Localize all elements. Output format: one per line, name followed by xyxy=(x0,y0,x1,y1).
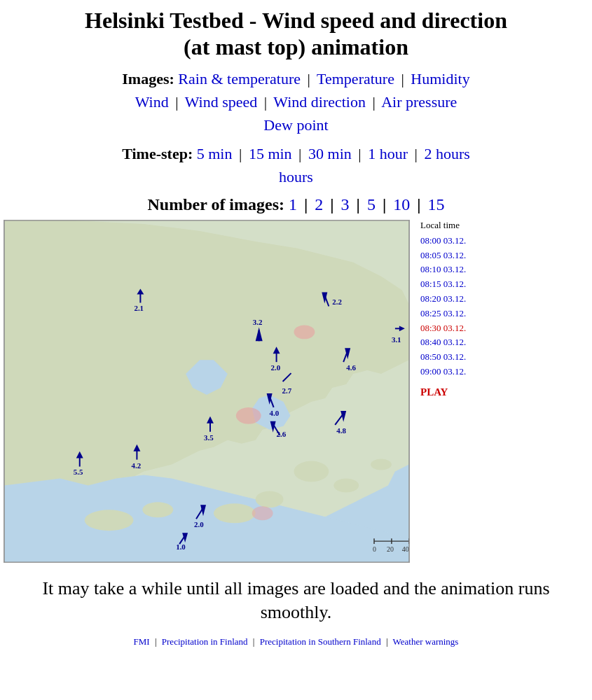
numimages-15[interactable]: 15 xyxy=(428,195,445,214)
svg-text:4.0: 4.0 xyxy=(270,409,280,417)
time-entry-0815[interactable]: 08:15 03.12. xyxy=(420,277,522,292)
link-wind-direction[interactable]: Wind direction xyxy=(273,93,366,111)
link-humidity[interactable]: Humidity xyxy=(411,70,469,88)
numimages-3[interactable]: 3 xyxy=(341,195,350,214)
svg-text:2.6: 2.6 xyxy=(277,430,287,438)
numimages-label: Number of images: xyxy=(147,195,284,214)
svg-text:0: 0 xyxy=(373,545,376,553)
numimages-row: Number of images: 1 | 2 | 3 | 5 | 10 | 1… xyxy=(0,191,592,220)
local-time-label: Local time xyxy=(420,220,522,231)
page-title: Helsinki Testbed - Wind speed and direct… xyxy=(0,0,592,64)
svg-text:5.5: 5.5 xyxy=(74,468,83,476)
svg-point-4 xyxy=(256,491,284,507)
time-entry-0900[interactable]: 09:00 03.12. xyxy=(420,365,522,379)
link-dew-point[interactable]: Dew point xyxy=(263,116,328,134)
footer-precipitation-southern[interactable]: Precipitation in Southern Finland xyxy=(260,636,381,647)
numimages-2[interactable]: 2 xyxy=(315,195,323,214)
images-label: Images: xyxy=(122,70,174,88)
bottom-text: It may take a while until all images are… xyxy=(0,563,592,631)
svg-text:20: 20 xyxy=(387,545,394,553)
footer-weather-warnings[interactable]: Weather warnings xyxy=(393,636,459,647)
link-air-pressure[interactable]: Air pressure xyxy=(381,93,457,111)
time-entry-0820[interactable]: 08:20 03.12. xyxy=(420,292,522,307)
link-temperature[interactable]: Temperature xyxy=(317,70,394,88)
svg-text:2.7: 2.7 xyxy=(282,386,292,395)
images-row: Images: Rain & temperature | Temperature… xyxy=(0,64,592,139)
timestep-30min[interactable]: 30 min xyxy=(308,145,352,162)
map-container: 0 20 40km 2.1 3.2 xyxy=(4,220,410,563)
svg-point-8 xyxy=(371,458,392,470)
svg-point-6 xyxy=(85,510,134,531)
timestep-row: Time-step: 5 min | 15 min | 30 min | 1 h… xyxy=(0,139,592,191)
svg-point-5 xyxy=(214,503,256,523)
time-entry-0800[interactable]: 08:00 03.12. xyxy=(420,234,522,248)
map-area: 0 20 40km 2.1 3.2 xyxy=(4,220,410,563)
timestep-label: Time-step: xyxy=(122,145,193,162)
svg-text:2.0: 2.0 xyxy=(271,363,281,372)
footer-fmi[interactable]: FMI xyxy=(134,636,150,647)
svg-text:1.0: 1.0 xyxy=(176,542,186,551)
time-entry-0850[interactable]: 08:50 03.12. xyxy=(420,350,522,365)
svg-text:3.1: 3.1 xyxy=(392,335,401,344)
timestep-15min[interactable]: 15 min xyxy=(249,145,292,162)
numimages-5[interactable]: 5 xyxy=(367,195,376,214)
timestep-2hours[interactable]: 2 hours xyxy=(424,145,469,162)
sidebar: Local time 08:00 03.12. 08:05 03.12. 08:… xyxy=(410,220,522,398)
svg-point-11 xyxy=(252,506,273,520)
time-entry-0840[interactable]: 08:40 03.12. xyxy=(420,335,522,350)
time-entry-0810[interactable]: 08:10 03.12. xyxy=(420,262,522,277)
timestep-hours[interactable]: hours xyxy=(279,168,313,186)
svg-text:4.6: 4.6 xyxy=(346,363,356,372)
svg-text:4.8: 4.8 xyxy=(336,426,346,435)
svg-point-2 xyxy=(294,461,329,482)
main-content: 0 20 40km 2.1 3.2 xyxy=(0,220,592,563)
link-rain-temperature[interactable]: Rain & temperature xyxy=(178,70,301,88)
timestep-1hour[interactable]: 1 hour xyxy=(368,145,408,162)
svg-text:2.2: 2.2 xyxy=(332,297,342,305)
svg-point-3 xyxy=(333,478,359,492)
time-entry-0825[interactable]: 08:25 03.12. xyxy=(420,307,522,321)
link-wind[interactable]: Wind xyxy=(135,93,169,111)
svg-text:2.0: 2.0 xyxy=(194,520,204,528)
time-entry-0830[interactable]: 08:30 03.12. xyxy=(420,321,522,336)
footer-links: FMI | Precipitation in Finland | Precipi… xyxy=(0,631,592,653)
play-button[interactable]: PLAY xyxy=(420,386,522,398)
svg-text:4.2: 4.2 xyxy=(131,461,141,469)
map-svg: 0 20 40km 2.1 3.2 xyxy=(4,220,409,562)
time-entry-0805[interactable]: 08:05 03.12. xyxy=(420,248,522,263)
timestep-5min[interactable]: 5 min xyxy=(197,145,233,162)
numimages-10[interactable]: 10 xyxy=(393,195,410,214)
numimages-1[interactable]: 1 xyxy=(289,195,297,214)
svg-text:40km: 40km xyxy=(402,545,409,553)
svg-text:2.1: 2.1 xyxy=(134,304,144,312)
link-wind-speed[interactable]: Wind speed xyxy=(185,93,258,111)
svg-point-7 xyxy=(142,502,173,517)
svg-point-10 xyxy=(236,407,261,424)
svg-text:3.5: 3.5 xyxy=(204,433,214,441)
svg-text:3.2: 3.2 xyxy=(253,318,263,326)
svg-point-9 xyxy=(294,325,315,339)
footer-precipitation-finland[interactable]: Precipitation in Finland xyxy=(162,636,248,647)
